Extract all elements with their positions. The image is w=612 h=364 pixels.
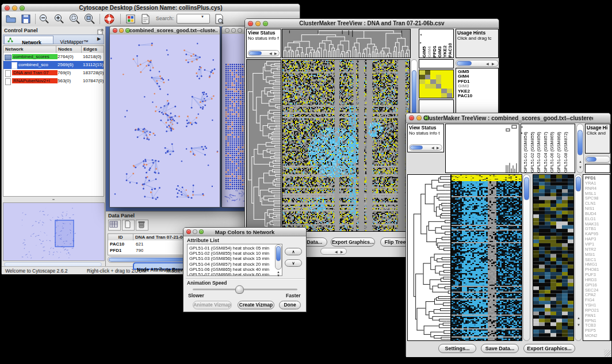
zoom-button[interactable] (238, 28, 242, 33)
matrix-cell[interactable] (447, 89, 453, 93)
network-row[interactable]: DNA and Tran 07 769(0) 183728(0) (3, 69, 104, 77)
row-id[interactable]: PAC10 (110, 242, 124, 247)
vizmapper-button[interactable] (125, 13, 136, 27)
network-row-selected[interactable]: combined_sco 2569(6) 13112(15) (3, 61, 104, 69)
scroll-right-arrow-icon[interactable]: ▶ (492, 62, 495, 66)
resize-grip[interactable] (604, 350, 611, 357)
matrix-cell[interactable] (430, 84, 436, 89)
column-label[interactable]: GPL51-08 (GSM872) (563, 124, 570, 173)
close-button[interactable] (5, 5, 10, 10)
column-label[interactable]: GIM4 (427, 29, 432, 58)
network-overview-panel[interactable] (3, 202, 105, 261)
treeview2-row-dendrogram[interactable] (407, 174, 451, 341)
search-dropdown-arrow-icon[interactable]: ▼ (201, 15, 204, 18)
done-button[interactable]: Done (279, 301, 301, 309)
matrix-cell[interactable] (430, 93, 436, 98)
matrix-cell[interactable] (441, 89, 447, 93)
settings-button[interactable]: Settings... (438, 344, 476, 353)
matrix-cell[interactable] (419, 93, 425, 98)
panel-splitter[interactable] (3, 198, 104, 201)
column-label[interactable]: GIM3 (437, 29, 442, 58)
attribute-list-item[interactable]: GPL51-04 (GSM857) heat shock 20 min (188, 262, 282, 267)
create-vizmap-button[interactable]: Create Vizmap (238, 301, 274, 309)
table-view-button[interactable] (108, 220, 121, 231)
matrix-cell[interactable] (425, 84, 431, 89)
column-label[interactable]: GPL51-01 (GSM854) (523, 124, 530, 173)
column-label[interactable]: GPL51-07 (GSM868) (556, 124, 563, 173)
treeview1-global-matrix[interactable] (419, 70, 454, 98)
column-label[interactable]: GPL51-03 (GSM856) (536, 124, 543, 173)
attribute-list-item[interactable]: GPL51-02 (GSM855) heat shock 10 min (188, 251, 282, 256)
export-graphics-button[interactable]: Export Graphics... (523, 344, 575, 353)
close-button[interactable] (409, 116, 414, 121)
treeview1-usage-scrollbar[interactable]: ◀ ▶ (456, 60, 499, 67)
matrix-cell[interactable] (436, 79, 442, 84)
minimize-button[interactable] (255, 21, 261, 26)
scroll-left-arrow-icon[interactable]: ◀ (335, 250, 338, 254)
animation-speed-slider-track[interactable] (193, 289, 297, 290)
treeview2-labels-vscrollbar[interactable]: ▲ ▼ (576, 124, 584, 173)
matrix-cell[interactable] (447, 70, 453, 75)
column-label[interactable]: GPL51-04 (GSM857) (543, 124, 550, 173)
column-header-edges[interactable]: Edges (82, 46, 104, 53)
scroll-right-arrow-icon[interactable]: ▶ (341, 250, 343, 254)
tab-network[interactable]: Network (4, 36, 53, 44)
network-row[interactable]: RNAPuberNov2+I 563(0) 107847(0) (3, 77, 104, 85)
treeview1-column-dendrogram[interactable] (282, 29, 411, 58)
treeview2-usage-scrollbar[interactable] (585, 156, 610, 163)
matrix-cell[interactable] (425, 89, 431, 93)
minimize-button[interactable] (12, 5, 17, 10)
matrix-cell[interactable] (419, 70, 425, 75)
row-id[interactable]: PFD1 (110, 248, 121, 253)
main-title-bar[interactable]: Cytoscape Desktop (Session Name: collins… (2, 4, 300, 12)
search-options-button[interactable] (213, 13, 225, 27)
matrix-cell[interactable] (447, 79, 453, 84)
open-session-button[interactable] (5, 13, 17, 27)
treeview2-detail-heatmap[interactable] (533, 174, 574, 341)
treeview1-row-dendrogram[interactable] (246, 59, 281, 232)
minimize-button[interactable] (416, 116, 422, 121)
treeview1-label-scroll-strip[interactable] (419, 59, 454, 68)
matrix-cell[interactable] (430, 89, 436, 93)
matrix-cell[interactable] (436, 93, 442, 98)
scroll-down-arrow-icon[interactable]: ▼ (577, 323, 580, 327)
column-label[interactable]: PFD1 (432, 29, 437, 58)
treeview1-heatmap[interactable] (282, 59, 410, 232)
matrix-cell[interactable] (436, 89, 442, 93)
network-title-bar[interactable]: combined_scores_good.txt--cluste... (110, 26, 220, 35)
help-button[interactable] (104, 13, 115, 27)
dialog-title-bar[interactable]: Map Colors to Network (183, 228, 306, 236)
zoom-fit-button[interactable] (83, 13, 96, 27)
search-input[interactable] (177, 14, 210, 24)
matrix-cell[interactable] (447, 75, 453, 79)
move-up-button[interactable]: ∧ (285, 248, 302, 255)
minimize-button[interactable] (193, 229, 197, 234)
matrix-cell[interactable] (419, 79, 425, 84)
matrix-cell[interactable] (441, 84, 447, 89)
matrix-cell[interactable] (430, 79, 436, 84)
matrix-cell[interactable] (441, 70, 447, 75)
animate-vizmap-button[interactable]: Animate Vizmap (193, 301, 232, 309)
matrix-cell[interactable] (436, 70, 442, 75)
scroll-right-arrow-icon[interactable]: ▶ (274, 52, 277, 55)
column-label[interactable]: PAC10 (447, 29, 453, 58)
matrix-cell[interactable] (419, 89, 425, 93)
minimize-button[interactable] (231, 28, 236, 33)
matrix-cell[interactable] (430, 70, 436, 75)
network-row[interactable]: combined_scores 2764(0) 16218(0) (3, 53, 104, 61)
row-label[interactable]: PAC10 (456, 94, 498, 98)
close-button[interactable] (248, 21, 253, 26)
gene-label[interactable]: MON2 (583, 334, 610, 339)
matrix-cell[interactable] (447, 84, 453, 89)
column-label[interactable]: YKE2 (442, 29, 447, 58)
close-button[interactable] (186, 229, 191, 234)
treeview2-detail-vscrollbar[interactable]: ▲ ▼ (575, 174, 582, 341)
minimize-button[interactable] (119, 28, 124, 33)
scroll-left-arrow-icon[interactable]: ◀ (269, 52, 272, 55)
save-session-button[interactable] (20, 13, 32, 27)
view-status-scrollbar[interactable]: ◀ ▶ (409, 144, 442, 151)
scroll-right-arrow-icon[interactable]: ▶ (437, 146, 439, 150)
close-button[interactable] (225, 28, 230, 33)
attribute-list-item[interactable]: GPL51-01 (GSM854) heat shock 05 min (188, 246, 282, 251)
column-header-id[interactable]: ID (108, 234, 133, 240)
